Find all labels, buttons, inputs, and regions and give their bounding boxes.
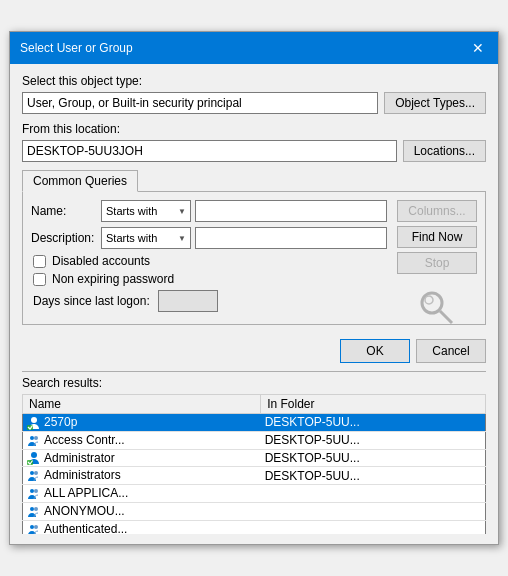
results-table: Name In Folder 2570pDESKTOP-5UU... Acces… [22,394,486,534]
cell-name: Administrator [23,449,261,467]
name-row: Name: Starts with ▼ [31,200,387,222]
select-user-group-dialog: Select User or Group ✕ Select this objec… [9,31,499,545]
dialog-body: Select this object type: Object Types...… [10,64,498,544]
name-dropdown-value: Starts with [106,205,157,217]
svg-point-2 [425,296,433,304]
nonexpiring-checkbox[interactable] [33,273,46,286]
ok-cancel-row: OK Cancel [22,333,486,367]
svg-point-13 [30,489,34,493]
cancel-button[interactable]: Cancel [416,339,486,363]
cell-folder: DESKTOP-5UU... [261,431,486,449]
cell-folder [261,485,486,503]
find-now-button[interactable]: Find Now [397,226,477,248]
results-tbody: 2570pDESKTOP-5UU... Access Contr...DESKT… [23,414,486,535]
svg-point-10 [30,471,34,475]
table-row[interactable]: ANONYMOU... [23,503,486,521]
days-row: Days since last logon: [33,290,387,312]
cell-name: 2570p [23,414,261,432]
tab-common-queries[interactable]: Common Queries [22,170,138,192]
svg-point-3 [31,417,37,423]
cell-name: Administrators [23,467,261,485]
description-row: Description: Starts with ▼ [31,227,387,249]
cell-folder [261,520,486,534]
desc-dropdown-value: Starts with [106,232,157,244]
locations-button[interactable]: Locations... [403,140,486,162]
cell-name: Access Contr... [23,431,261,449]
desc-dropdown[interactable]: Starts with ▼ [101,227,191,249]
close-button[interactable]: ✕ [468,38,488,58]
tab-bar: Common Queries [22,170,486,191]
disabled-accounts-row: Disabled accounts [33,254,387,268]
results-container: Name In Folder 2570pDESKTOP-5UU... Acces… [22,394,486,534]
name-label: Name: [31,204,101,218]
desc-input[interactable] [195,227,387,249]
name-dropdown[interactable]: Starts with ▼ [101,200,191,222]
col-name: Name [23,395,261,414]
svg-point-11 [34,471,38,475]
svg-point-14 [34,489,38,493]
dialog-title: Select User or Group [20,41,133,55]
location-field[interactable] [22,140,397,162]
disabled-accounts-label: Disabled accounts [52,254,150,268]
location-row: Locations... [22,140,486,162]
search-icon-area [397,288,477,331]
object-types-button[interactable]: Object Types... [384,92,486,114]
svg-point-16 [30,507,34,511]
svg-line-1 [440,311,452,323]
name-input[interactable] [195,200,387,222]
results-wrapper[interactable]: Name In Folder 2570pDESKTOP-5UU... Acces… [22,394,486,534]
days-label: Days since last logon: [33,294,150,308]
ok-button[interactable]: OK [340,339,410,363]
search-results-label: Search results: [22,376,486,390]
days-input[interactable] [158,290,218,312]
svg-point-19 [30,525,34,529]
disabled-accounts-checkbox[interactable] [33,255,46,268]
tab-content: Name: Starts with ▼ Description: Starts … [22,191,486,325]
object-type-label: Select this object type: [22,74,486,88]
table-row[interactable]: 2570pDESKTOP-5UU... [23,414,486,432]
object-type-row: Object Types... [22,92,486,114]
magnifier-icon [417,288,457,328]
location-label: From this location: [22,122,486,136]
title-bar: Select User or Group ✕ [10,32,498,64]
table-row[interactable]: Access Contr...DESKTOP-5UU... [23,431,486,449]
table-row[interactable]: AdministratorDESKTOP-5UU... [23,449,486,467]
right-buttons-panel: Columns... Find Now Stop [397,200,477,331]
name-dropdown-arrow: ▼ [178,207,186,216]
cell-folder [261,503,486,521]
tab-container: Common Queries Name: Starts with ▼ [22,170,486,325]
desc-label: Description: [31,231,101,245]
col-folder: In Folder [261,395,486,414]
svg-point-20 [34,525,38,529]
stop-button[interactable]: Stop [397,252,477,274]
table-row[interactable]: AdministratorsDESKTOP-5UU... [23,467,486,485]
svg-point-5 [30,436,34,440]
table-row[interactable]: Authenticated... [23,520,486,534]
svg-point-8 [31,452,37,458]
cell-name: ANONYMOU... [23,503,261,521]
table-row[interactable]: ALL APPLICA... [23,485,486,503]
divider [22,371,486,372]
cell-name: ALL APPLICA... [23,485,261,503]
cell-folder: DESKTOP-5UU... [261,467,486,485]
table-header: Name In Folder [23,395,486,414]
desc-dropdown-arrow: ▼ [178,234,186,243]
nonexpiring-row: Non expiring password [33,272,387,286]
svg-point-6 [34,436,38,440]
cell-folder: DESKTOP-5UU... [261,414,486,432]
cell-name: Authenticated... [23,520,261,534]
cell-folder: DESKTOP-5UU... [261,449,486,467]
nonexpiring-label: Non expiring password [52,272,174,286]
columns-button[interactable]: Columns... [397,200,477,222]
svg-point-17 [34,507,38,511]
object-type-field[interactable] [22,92,378,114]
